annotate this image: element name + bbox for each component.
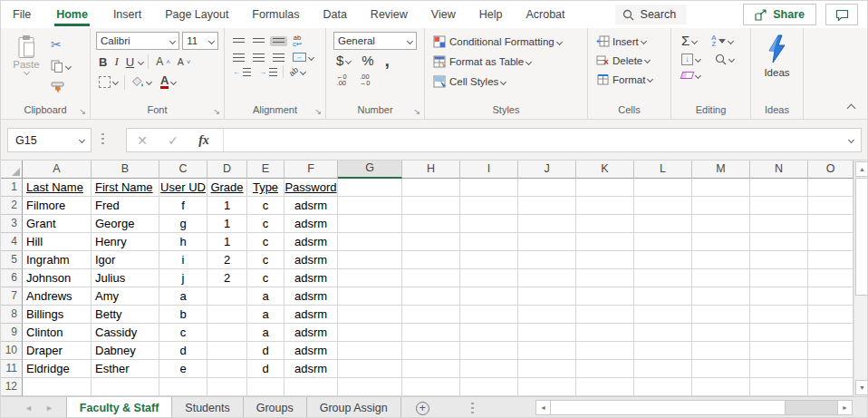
cell-e2[interactable]: c	[247, 197, 285, 215]
cell-f10[interactable]: adsrm	[285, 342, 338, 360]
cell-l8[interactable]	[634, 306, 692, 324]
cell-m6[interactable]	[692, 269, 750, 287]
cell-b3[interactable]: George	[92, 215, 159, 233]
cell-b10[interactable]: Dabney	[92, 342, 159, 360]
cell-i5[interactable]	[460, 251, 518, 269]
menu-tab-formulas[interactable]: Formulas	[240, 1, 311, 28]
align-left-button[interactable]	[230, 52, 247, 63]
cell-h5[interactable]	[402, 251, 460, 269]
cell-e11[interactable]: d	[247, 360, 285, 378]
cell-g11[interactable]	[338, 360, 402, 378]
clear-button[interactable]	[679, 70, 703, 81]
cell-h7[interactable]	[402, 287, 460, 306]
cell-n10[interactable]	[750, 342, 808, 360]
cell-j1[interactable]	[518, 179, 576, 197]
column-header-i[interactable]: I	[460, 160, 518, 179]
row-header-6[interactable]: 6	[1, 269, 23, 287]
cell-j3[interactable]	[518, 215, 576, 233]
cell-d8[interactable]	[207, 306, 247, 324]
bold-button[interactable]: B	[96, 53, 110, 71]
cell-l3[interactable]	[634, 215, 692, 233]
cell-l4[interactable]	[634, 233, 692, 251]
cell-e12[interactable]	[247, 378, 285, 396]
row-header-11[interactable]: 11	[1, 360, 23, 378]
copy-button[interactable]	[48, 58, 73, 74]
cell-j9[interactable]	[518, 324, 576, 342]
scroll-left-icon[interactable]: ◄	[535, 400, 551, 415]
horizontal-scrollbar-thumb[interactable]	[551, 401, 786, 414]
cell-c4[interactable]: h	[159, 233, 207, 251]
row-header-9[interactable]: 9	[1, 324, 23, 342]
row-header-7[interactable]: 7	[1, 287, 23, 306]
cell-styles-button[interactable]: Cell Styles	[430, 73, 582, 90]
cell-m4[interactable]	[692, 233, 750, 251]
cell-h3[interactable]	[402, 215, 460, 233]
underline-dropdown-icon[interactable]	[138, 58, 144, 64]
cell-g1[interactable]	[338, 179, 402, 197]
cell-o3[interactable]	[808, 215, 854, 233]
cell-f11[interactable]: adsrm	[285, 360, 338, 378]
cell-h2[interactable]	[402, 197, 460, 215]
cell-h8[interactable]	[402, 306, 460, 324]
cell-i8[interactable]	[460, 306, 518, 324]
cell-g4[interactable]	[338, 233, 402, 251]
cell-e3[interactable]: c	[247, 215, 285, 233]
cell-o12[interactable]	[808, 378, 854, 396]
cell-k3[interactable]	[576, 215, 634, 233]
cell-d2[interactable]: 1	[207, 197, 247, 215]
cell-a5[interactable]: Ingrahm	[23, 251, 92, 269]
format-painter-button[interactable]	[48, 80, 73, 95]
increase-indent-button[interactable]: →	[256, 66, 280, 78]
cell-j5[interactable]	[518, 251, 576, 269]
cell-k2[interactable]	[576, 197, 634, 215]
cell-f4[interactable]: adsrm	[285, 233, 338, 251]
cell-o8[interactable]	[808, 306, 854, 324]
cell-g12[interactable]	[338, 378, 402, 396]
cell-m2[interactable]	[692, 197, 750, 215]
cell-m12[interactable]	[692, 378, 750, 396]
cell-a10[interactable]: Draper	[23, 342, 92, 360]
row-header-5[interactable]: 5	[1, 251, 23, 269]
increase-decimal-button[interactable]: ←0 .00	[333, 72, 350, 88]
cell-e4[interactable]: c	[247, 233, 285, 251]
cell-i3[interactable]	[460, 215, 518, 233]
cell-l6[interactable]	[634, 269, 692, 287]
cell-h12[interactable]	[402, 378, 460, 396]
vertical-scrollbar[interactable]: ▲ ▼	[854, 160, 868, 396]
cell-b2[interactable]: Fred	[92, 197, 159, 215]
cell-k4[interactable]	[576, 233, 634, 251]
new-sheet-button[interactable]: +	[401, 397, 444, 418]
cell-j2[interactable]	[518, 197, 576, 215]
scroll-right-icon[interactable]: ►	[837, 400, 853, 415]
cell-o1[interactable]	[808, 179, 854, 197]
cell-o10[interactable]	[808, 342, 854, 360]
cancel-button[interactable]: ✕	[127, 133, 158, 148]
cell-a11[interactable]: Eldridge	[23, 360, 92, 378]
clipboard-dialog-launcher-icon[interactable]: ↘	[79, 108, 86, 116]
cell-i10[interactable]	[460, 342, 518, 360]
cell-i4[interactable]	[460, 233, 518, 251]
cell-i11[interactable]	[460, 360, 518, 378]
cell-n7[interactable]	[750, 287, 808, 306]
column-header-g[interactable]: G	[338, 160, 402, 179]
cell-c7[interactable]: a	[159, 287, 207, 306]
cell-b8[interactable]: Betty	[92, 306, 159, 324]
cell-d11[interactable]	[207, 360, 247, 378]
cell-e10[interactable]: d	[247, 342, 285, 360]
cell-d6[interactable]: 2	[207, 269, 247, 287]
cell-f7[interactable]: adsrm	[285, 287, 338, 306]
prev-sheet-icon[interactable]: ◄	[24, 403, 33, 413]
merge-center-button[interactable]: ↔	[290, 51, 316, 63]
cell-c8[interactable]: b	[159, 306, 207, 324]
horizontal-scrollbar[interactable]: ◄ ►	[535, 400, 853, 415]
menu-tab-view[interactable]: View	[420, 1, 468, 28]
cell-g7[interactable]	[338, 287, 402, 306]
sort-filter-button[interactable]: AZ	[709, 33, 736, 49]
cell-d1[interactable]: Grade	[207, 179, 247, 197]
wrap-text-button[interactable]: abc↩	[290, 33, 304, 49]
cell-o9[interactable]	[808, 324, 854, 342]
cell-f8[interactable]: adsrm	[285, 306, 338, 324]
next-sheet-icon[interactable]: ►	[45, 403, 53, 413]
cell-l1[interactable]	[634, 179, 692, 197]
column-header-k[interactable]: K	[576, 160, 634, 179]
